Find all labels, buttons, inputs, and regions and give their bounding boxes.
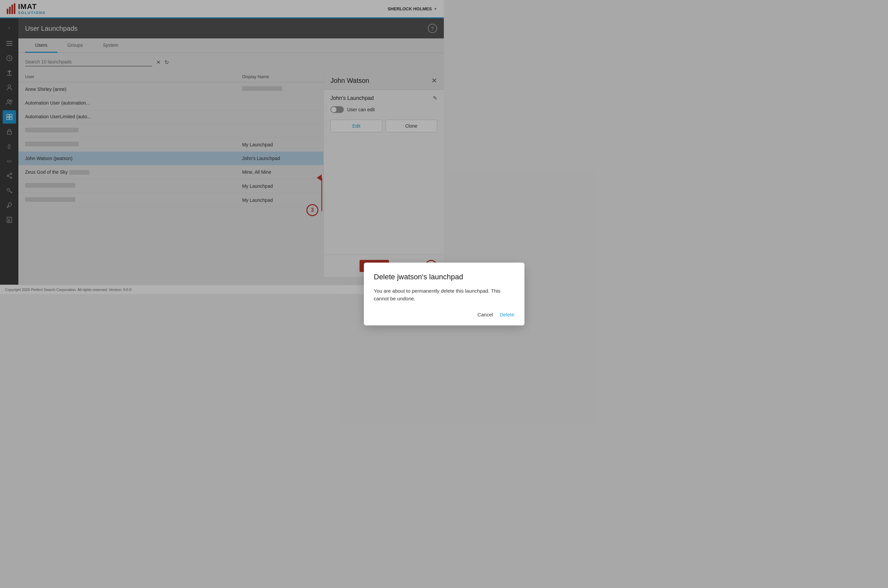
delete-modal: Delete jwatson's launchpad You are about… [364,262,444,294]
modal-title: Delete jwatson's launchpad [374,273,444,281]
modal-overlay[interactable]: Delete jwatson's launchpad You are about… [0,0,444,294]
modal-body: You are about to permanently delete this… [374,287,444,294]
